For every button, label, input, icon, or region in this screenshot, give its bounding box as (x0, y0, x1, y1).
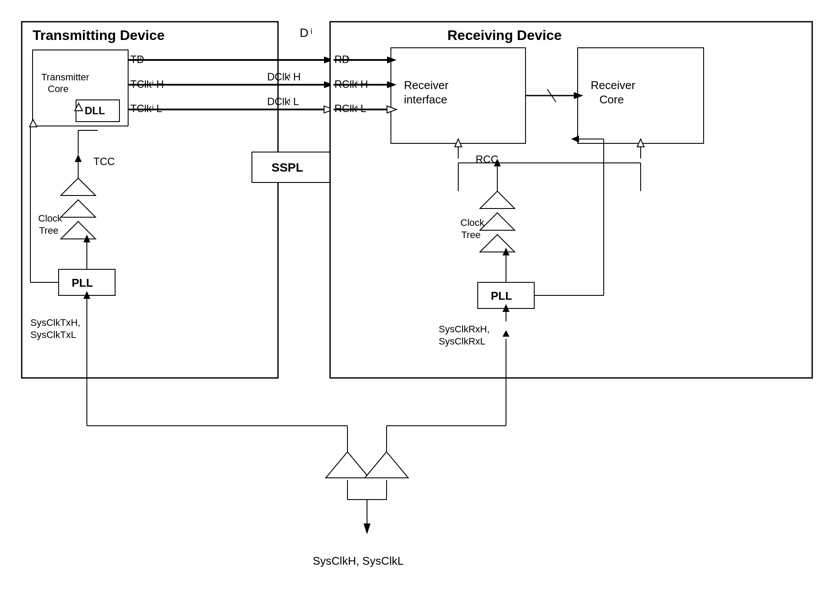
transmitting-device-label: Transmitting Device (33, 27, 165, 43)
sysclk-bottom-label: SysClkH, SysClkL (313, 554, 403, 567)
sysclk-tx-label2: SysClkTxL (30, 329, 76, 340)
dll-label: DLL (85, 105, 105, 116)
rclkh-subscript: i (356, 79, 358, 87)
pll-tx-label: PLL (72, 276, 93, 289)
receiver-interface-label: Receiver (404, 79, 449, 92)
dclkl-label: DClk (267, 96, 290, 107)
di-label: D (300, 26, 308, 40)
di-subscript: i (311, 27, 312, 36)
receiver-interface-label2: interface (404, 93, 447, 106)
svg-rect-30 (578, 48, 704, 143)
dclkh-subscript: i (289, 72, 291, 79)
sysclk-rx-label: SysClkRxH, (439, 324, 489, 334)
dclkl-subscript: i (289, 97, 291, 104)
sspl-label: SSPL (271, 161, 303, 174)
receiving-device-label: Receiving Device (447, 27, 562, 43)
transmitter-core-label: Transmitter (41, 72, 89, 83)
dclkh-h: H (293, 71, 301, 83)
transmitter-core-label2: Core (48, 83, 69, 94)
pll-rx-label: PLL (491, 289, 512, 302)
tclkl-l: L (156, 103, 162, 114)
rclkl-l: L (360, 103, 366, 114)
tdi-subscript: i (140, 55, 142, 62)
dclkh-label: DClk (267, 71, 290, 83)
clock-tree-rx-label: Clock (460, 217, 485, 228)
sysclk-rx-label2: SysClkRxL (439, 336, 486, 347)
rclkl-label: RClk (334, 103, 357, 114)
clock-tree-tx-label2: Tree (39, 225, 58, 236)
tclkh-subscript: i (152, 79, 154, 87)
clock-tree-tx-label: Clock (38, 213, 63, 224)
diagram-container: Transmitting Device Transmitter Core DLL… (9, 9, 831, 607)
receiver-core-label: Receiver (591, 79, 635, 92)
dclkl-l: L (293, 96, 299, 107)
rdi-subscript: i (347, 55, 348, 62)
receiver-core-label2: Core (599, 93, 624, 106)
tcc-label: TCC (93, 156, 115, 167)
clock-tree-rx-label2: Tree (461, 229, 480, 240)
sysclk-tx-label: SysClkTxH, (30, 317, 80, 328)
tclkl-label: TClk (130, 103, 152, 114)
